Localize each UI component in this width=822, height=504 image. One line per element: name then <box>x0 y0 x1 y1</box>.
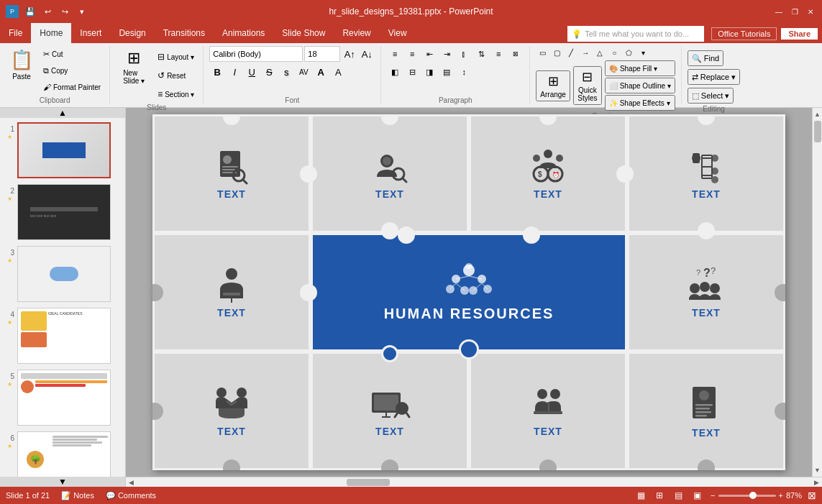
scroll-v-up[interactable]: ▲ <box>813 109 822 119</box>
tab-animations[interactable]: Animations <box>214 23 273 43</box>
tab-review[interactable]: Review <box>334 23 379 43</box>
tab-design[interactable]: Design <box>110 23 154 43</box>
tab-bottom-8 <box>381 459 398 470</box>
slide-thumb-2[interactable]: 2 ★ text text text text <box>3 183 122 242</box>
numbered-list-button[interactable]: ≡ <box>404 46 420 62</box>
customize-button[interactable]: ▾ <box>75 4 89 19</box>
undo-button[interactable]: ↩ <box>40 4 55 19</box>
vertical-scrollbar[interactable]: ▲ ▼ <box>812 108 822 477</box>
align-center-button[interactable]: ⊟ <box>404 64 420 80</box>
zoom-out-button[interactable]: − <box>711 491 715 500</box>
font-color-button[interactable]: A <box>313 64 329 80</box>
justify-button[interactable]: ▤ <box>439 64 455 80</box>
save-button[interactable]: 💾 <box>23 4 37 19</box>
format-painter-button[interactable]: 🖌Format Painter <box>40 79 104 95</box>
scroll-down-button[interactable]: ▼ <box>0 477 125 487</box>
increase-font-button[interactable]: A↑ <box>342 46 357 62</box>
window-title: hr_slide_designs_19381.pptx - PowerPoint <box>329 6 493 17</box>
shape-line[interactable]: ╱ <box>565 46 577 59</box>
scroll-v-down[interactable]: ▼ <box>813 465 822 475</box>
clear-format-button[interactable]: A <box>330 64 346 80</box>
font-label: Font <box>209 95 375 104</box>
align-left-button[interactable]: ◧ <box>387 64 403 80</box>
shape-rounded[interactable]: ▢ <box>550 46 563 59</box>
select-button[interactable]: ⬚ Select ▾ <box>688 88 734 104</box>
shape-outline-button[interactable]: ⬜ Shape Outline ▾ <box>605 78 675 93</box>
restore-button[interactable]: ❐ <box>789 6 800 17</box>
tab-file[interactable]: File <box>0 23 31 43</box>
tab-transitions[interactable]: Transitions <box>155 23 214 43</box>
font-name-input[interactable] <box>209 46 303 62</box>
align-text-button[interactable]: ≡ <box>490 46 506 62</box>
columns-button[interactable]: ⫿ <box>456 46 472 62</box>
scroll-thumb-h[interactable] <box>347 479 390 486</box>
layout-icon: ⊟ <box>157 52 165 62</box>
tab-slideshow[interactable]: Slide Show <box>273 23 334 43</box>
shape-rect[interactable]: ▭ <box>536 46 549 59</box>
char-spacing-button[interactable]: AV <box>296 64 311 80</box>
cut-button[interactable]: ✂Cut <box>40 46 104 62</box>
italic-button[interactable]: I <box>227 64 242 80</box>
view-presentation-button[interactable]: ▣ <box>689 487 705 503</box>
view-slide-sorter-button[interactable]: ⊞ <box>652 487 667 503</box>
notes-button[interactable]: 📝 Notes <box>61 491 94 500</box>
replace-button[interactable]: ⇄ Replace ▾ <box>688 69 740 85</box>
tab-view[interactable]: View <box>380 23 416 43</box>
zoom-slider[interactable] <box>718 495 776 497</box>
text-direction-button[interactable]: ⇅ <box>473 46 489 62</box>
slide-thumb-1[interactable]: 1 ★ <box>3 121 122 180</box>
slide-thumb-5[interactable]: 5 ★ <box>3 368 122 427</box>
share-button[interactable]: Share <box>781 28 818 40</box>
star-5: ★ <box>7 381 12 388</box>
scroll-up-button[interactable]: ▲ <box>0 108 125 118</box>
shape-pentagon[interactable]: ⬠ <box>622 46 635 59</box>
redo-button[interactable]: ↪ <box>58 4 72 19</box>
layout-button[interactable]: ⊟ Layout ▾ <box>155 49 197 65</box>
align-right-button[interactable]: ◨ <box>421 64 437 80</box>
shape-circle[interactable]: ○ <box>608 46 621 59</box>
smartart-button[interactable]: ⊠ <box>508 46 524 62</box>
new-slide-button[interactable]: ⊞ NewSlide ▾ <box>116 46 152 88</box>
copy-button[interactable]: ⧉Copy <box>40 63 104 78</box>
copy-icon: ⧉ <box>43 66 49 75</box>
section-button[interactable]: ≡ Section ▾ <box>155 86 197 102</box>
slide-thumb-3[interactable]: 3 ★ <box>3 244 122 303</box>
font-size-input[interactable] <box>304 46 340 62</box>
comments-button[interactable]: 💬 Comments <box>106 491 156 500</box>
tab-home[interactable]: Home <box>31 23 71 43</box>
paste-button[interactable]: 📋 Paste <box>6 46 37 83</box>
horizontal-scrollbar[interactable]: ◀ ▶ <box>126 477 822 487</box>
strikethrough-button[interactable]: S <box>261 64 277 80</box>
scroll-h-right[interactable]: ▶ <box>813 477 821 487</box>
increase-indent-button[interactable]: ⇥ <box>439 46 455 62</box>
zoom-in-button[interactable]: + <box>779 491 783 500</box>
shape-arrow[interactable]: → <box>579 46 592 59</box>
tell-me-wrapper[interactable]: 💡 Tell me what you want to do... <box>567 26 704 42</box>
minimize-button[interactable]: — <box>773 6 785 17</box>
scroll-thumb-v[interactable] <box>814 121 821 142</box>
underline-button[interactable]: U <box>244 64 260 80</box>
decrease-font-button[interactable]: A↓ <box>359 46 375 62</box>
slide-thumb-4[interactable]: 4 ★ IDEAL CANDIDATES <box>3 306 122 365</box>
quick-styles-button[interactable]: ⊟ QuickStyles <box>573 66 602 105</box>
shape-more[interactable]: ▾ <box>636 46 649 59</box>
fit-page-button[interactable]: ⊠ <box>808 490 816 501</box>
text-shadow-button[interactable]: s <box>278 64 294 80</box>
decrease-indent-button[interactable]: ⇤ <box>421 46 437 62</box>
view-reading-button[interactable]: ▤ <box>670 487 686 503</box>
shape-fill-button[interactable]: 🎨 Shape Fill ▾ <box>605 60 675 76</box>
line-spacing-button[interactable]: ↕ <box>456 64 472 80</box>
shape-triangle[interactable]: △ <box>593 46 606 59</box>
bold-button[interactable]: B <box>209 64 225 80</box>
view-normal-button[interactable]: ▦ <box>633 487 649 503</box>
close-button[interactable]: ✕ <box>805 6 816 17</box>
scroll-h-left[interactable]: ◀ <box>127 477 135 487</box>
office-tutorials-button[interactable]: Office Tutorials <box>711 27 777 40</box>
reset-button[interactable]: ↺ Reset <box>155 68 197 83</box>
tab-insert[interactable]: Insert <box>71 23 110 43</box>
slide-canvas[interactable]: TEXT <box>152 114 785 470</box>
arrange-button[interactable]: ⊞ Arrange <box>536 70 570 101</box>
zoom-handle[interactable] <box>749 492 757 499</box>
bullet-list-button[interactable]: ≡ <box>387 46 403 62</box>
find-button[interactable]: 🔍 Find <box>688 50 723 66</box>
